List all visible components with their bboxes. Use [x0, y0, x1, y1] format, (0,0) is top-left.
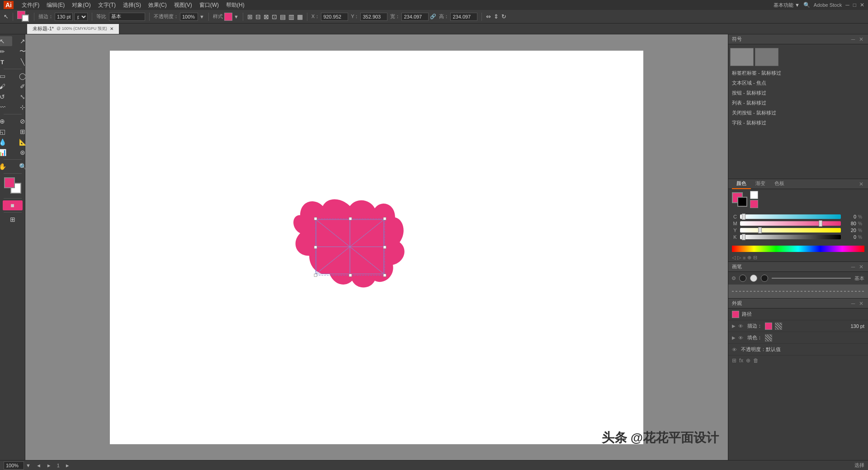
page-nav-prev[interactable]: ◄	[36, 463, 41, 468]
menu-window[interactable]: 窗口(W)	[197, 0, 222, 10]
paintbrush-tool[interactable]: 🖌	[0, 81, 12, 91]
gradient-tool[interactable]: ◱	[0, 127, 12, 137]
foreground-color[interactable]	[4, 177, 15, 188]
color-swatch-active[interactable]	[750, 200, 758, 208]
style-color-box[interactable]	[224, 13, 232, 21]
x-input[interactable]	[321, 13, 348, 21]
screen-mode[interactable]: ■	[3, 200, 23, 210]
warp-tool[interactable]: 〰	[0, 102, 12, 112]
m-slider-thumb[interactable]	[819, 220, 822, 227]
brush-dot-small[interactable]	[732, 276, 736, 280]
menu-text[interactable]: 文字(T)	[95, 0, 118, 10]
swatches-tab[interactable]: 色板	[770, 179, 789, 189]
style-expand-icon[interactable]: ▼	[234, 14, 239, 19]
shape-builder-tool[interactable]: ⊕	[0, 116, 12, 126]
search-icon[interactable]: 🔍	[803, 2, 810, 8]
stroke-visibility-icon[interactable]: 👁	[738, 323, 745, 329]
stroke-color-indicator[interactable]	[765, 323, 772, 330]
symbols-close-icon[interactable]: ✕	[858, 36, 864, 43]
hand-tool[interactable]: ✋	[0, 161, 12, 171]
eyedropper-tool[interactable]: 💧	[0, 137, 12, 147]
transform-icon-2[interactable]: ⇕	[494, 13, 499, 20]
rect-tool[interactable]: ▭	[0, 71, 12, 81]
align-icon-3[interactable]: ⊠	[264, 13, 269, 20]
chart-tool[interactable]: 📊	[0, 147, 12, 157]
path-color-indicator[interactable]	[732, 311, 739, 318]
color-action-3[interactable]: ≡	[743, 255, 745, 261]
color-tab[interactable]: 颜色	[732, 179, 751, 189]
menu-file[interactable]: 文件(F)	[19, 0, 42, 10]
stroke-unit-select[interactable]: pt	[74, 13, 88, 21]
close-btn[interactable]: ✕	[860, 2, 864, 8]
menu-select[interactable]: 选择(S)	[120, 0, 144, 10]
align-icon-6[interactable]: ▥	[288, 13, 294, 20]
symbol-thumb-2[interactable]	[755, 48, 778, 66]
appearance-action-2[interactable]: fx	[739, 357, 743, 364]
selection-tool[interactable]: ↖	[0, 36, 12, 46]
line-style-input[interactable]: 基本	[109, 13, 145, 21]
gradient-tab[interactable]: 渐变	[751, 179, 770, 189]
brush-close-icon[interactable]: ✕	[858, 264, 864, 270]
page-nav-last[interactable]: ►	[65, 463, 70, 468]
transform-icon-3[interactable]: ↻	[501, 13, 506, 20]
appearance-action-4[interactable]: 🗑	[753, 357, 759, 364]
white-swatch[interactable]	[750, 191, 758, 199]
appearance-action-3[interactable]: ⊕	[746, 357, 750, 364]
tab-close-btn[interactable]: ✕	[110, 26, 113, 31]
align-icon-2[interactable]: ⊟	[255, 13, 261, 20]
brush-dot-black[interactable]	[761, 275, 768, 282]
link-icon[interactable]: 🔗	[430, 14, 436, 19]
zoom-input[interactable]	[4, 461, 24, 470]
k-slider[interactable]	[740, 235, 841, 239]
opacity-expand-icon[interactable]: ▼	[199, 14, 204, 19]
zoom-dropdown-icon[interactable]: ▼	[26, 463, 31, 468]
color-action-4[interactable]: ⊕	[747, 255, 751, 261]
normal-mode[interactable]: □	[0, 200, 2, 210]
symbol-item-2[interactable]: 文本区域 - 焦点	[730, 78, 866, 88]
active-tab[interactable]: 未标题-1* @ 100% (CMYK/GPU 预览) ✕	[27, 24, 119, 34]
stroke-color-box[interactable]	[22, 14, 29, 22]
symbols-minimize-icon[interactable]: ─	[850, 36, 856, 43]
color-action-2[interactable]: ▷	[737, 255, 741, 261]
pen-tool[interactable]: ✏	[0, 47, 12, 57]
color-action-5[interactable]: ⊟	[753, 255, 757, 261]
y-input[interactable]	[360, 13, 387, 21]
maximize-btn[interactable]: □	[853, 2, 856, 8]
stroke-expand-icon[interactable]: ▶	[732, 323, 736, 328]
fill-pattern-indicator[interactable]	[765, 334, 772, 342]
menu-edit[interactable]: 编辑(E)	[44, 0, 67, 10]
symbol-item-5[interactable]: 关闭按钮 - 鼠标移过	[730, 108, 866, 118]
appearance-close-icon[interactable]: ✕	[858, 300, 864, 307]
fill-visibility-icon[interactable]: 👁	[738, 335, 745, 341]
c-slider-thumb[interactable]	[742, 214, 745, 220]
symbol-item-3[interactable]: 按钮 - 鼠标移过	[730, 88, 866, 98]
brush-dot-medium[interactable]	[739, 275, 746, 282]
minimize-btn[interactable]: ─	[845, 2, 849, 8]
symbol-thumb-1[interactable]	[730, 48, 754, 66]
menu-view[interactable]: 视图(V)	[171, 0, 195, 10]
menu-help[interactable]: 帮助(H)	[223, 0, 247, 10]
height-input[interactable]	[450, 13, 477, 21]
transform-icon-1[interactable]: ⇔	[486, 13, 491, 20]
text-tool[interactable]: T	[0, 57, 12, 67]
symbol-item-6[interactable]: 字段 - 鼠标移过	[730, 118, 866, 128]
y-slider-thumb[interactable]	[758, 227, 762, 233]
fill-expand-icon[interactable]: ▶	[732, 335, 736, 340]
bg-color-indicator[interactable]	[737, 197, 747, 207]
color-action-1[interactable]: ◁	[732, 255, 736, 261]
appearance-action-1[interactable]: ⊞	[732, 357, 736, 364]
align-icon-5[interactable]: ▤	[280, 13, 286, 20]
menu-effect[interactable]: 效果(C)	[146, 0, 170, 10]
spectrum-bar[interactable]	[732, 246, 864, 252]
c-slider[interactable]	[740, 214, 841, 219]
art-board-tool[interactable]: ⊞	[3, 214, 23, 224]
rotate-tool[interactable]: ↺	[0, 92, 12, 102]
stroke-pattern-indicator[interactable]	[775, 323, 782, 330]
symbol-item-1[interactable]: 标签栏标签 - 鼠标移过	[730, 68, 866, 78]
page-nav-next[interactable]: ►	[47, 463, 52, 468]
appearance-minimize-icon[interactable]: ─	[850, 300, 856, 307]
menu-object[interactable]: 对象(O)	[69, 0, 93, 10]
symbol-item-4[interactable]: 列表 - 鼠标移过	[730, 98, 866, 108]
y-slider[interactable]	[740, 228, 841, 233]
brush-minimize-icon[interactable]: ─	[850, 264, 856, 270]
